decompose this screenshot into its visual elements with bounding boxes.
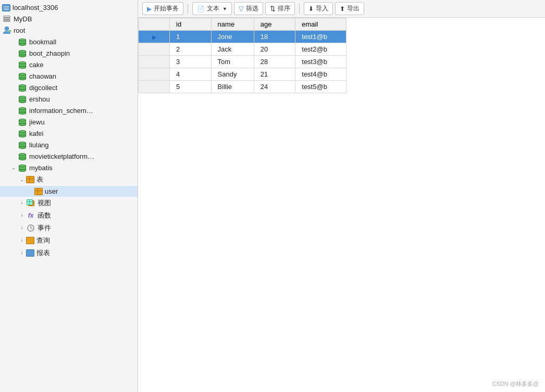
sort-label: 排序 xyxy=(278,4,290,13)
cell-age: 21 xyxy=(254,68,295,81)
col-header-age[interactable]: age xyxy=(254,18,295,31)
sidebar-item-mybatis-user[interactable]: user xyxy=(0,186,138,197)
db-icon xyxy=(18,118,27,126)
sidebar-item-mybatis-views[interactable]: › 视图 xyxy=(0,197,138,209)
filter-button[interactable]: ▽筛选 xyxy=(234,2,263,15)
sidebar-item-boot_zhaopin[interactable]: boot_zhaopin xyxy=(0,47,138,59)
cell-name: Jack xyxy=(211,43,254,56)
server-icon xyxy=(2,4,10,11)
db-icon xyxy=(18,152,27,160)
sidebar-item-label: 报表 xyxy=(36,248,50,258)
sidebar-item-jiewu[interactable]: jiewu xyxy=(0,116,138,128)
sidebar-item-digcollect[interactable]: digcollect xyxy=(0,82,138,93)
row-marker xyxy=(139,56,170,68)
sidebar-item-mybatis-funcs[interactable]: ›fx函数 xyxy=(0,209,138,222)
watermark: CSDN @林多多@ xyxy=(492,380,539,388)
text-icon: 📄 xyxy=(197,5,205,12)
toolbar-separator-2 xyxy=(299,4,300,14)
cell-id: 5 xyxy=(170,81,212,93)
cell-name: Billie xyxy=(211,81,254,93)
col-header-name[interactable]: name xyxy=(211,18,254,31)
toolbar-separator xyxy=(188,4,188,14)
text-button[interactable]: 📄文本▼ xyxy=(192,2,232,15)
filter-label: 筛选 xyxy=(246,4,258,13)
table-icon xyxy=(26,176,34,183)
sidebar-item-label: kafei xyxy=(29,130,43,137)
cell-email: test2@b xyxy=(295,43,346,56)
import-icon: ⬇ xyxy=(308,5,314,12)
sidebar-item-label: ershou xyxy=(29,95,50,103)
toolbar: ▶开始事务📄文本▼▽筛选⇅排序⬇导入⬆导出 xyxy=(138,0,545,18)
sidebar-item-root[interactable]: root xyxy=(0,24,138,36)
export-button[interactable]: ⬆导出 xyxy=(335,2,364,15)
sidebar-item-mybatis-reports[interactable]: ›报表 xyxy=(0,247,138,259)
col-header-email[interactable]: email xyxy=(295,18,346,31)
cell-email: test5@b xyxy=(295,81,346,93)
cell-id: 2 xyxy=(170,43,212,56)
dropdown-arrow-icon: ▼ xyxy=(222,6,227,11)
cell-id: 3 xyxy=(170,56,212,68)
function-icon: fx xyxy=(26,211,35,220)
sidebar-item-mybatis-queries[interactable]: ›查询 xyxy=(0,234,138,247)
table-row[interactable]: ▶1Jone18test1@b xyxy=(139,31,346,43)
sidebar-item-mybatis[interactable]: ⌄ mybatis xyxy=(0,162,138,173)
sidebar-item-localhost[interactable]: localhost_3306 xyxy=(0,2,138,13)
chevron-icon: ⌄ xyxy=(10,165,17,171)
cell-name: Sandy xyxy=(211,68,254,81)
sidebar-item-label: 事件 xyxy=(38,223,51,233)
sidebar-item-liulang[interactable]: liulang xyxy=(0,139,138,150)
sidebar: localhost_3306 MyDB root bookmall boot_z… xyxy=(0,0,138,392)
svg-point-0 xyxy=(5,27,9,31)
cell-id: 4 xyxy=(170,68,212,81)
sidebar-item-label: liulang xyxy=(29,141,49,149)
sidebar-item-mydb[interactable]: MyDB xyxy=(0,13,138,24)
sort-icon: ⇅ xyxy=(270,5,276,12)
row-marker xyxy=(139,81,170,93)
export-label: 导出 xyxy=(347,4,360,13)
sidebar-item-mybatis-events[interactable]: › 事件 xyxy=(0,222,138,234)
sidebar-item-label: information_schem… xyxy=(29,107,93,115)
sort-button[interactable]: ⇅排序 xyxy=(265,2,295,15)
sidebar-item-label: jiewu xyxy=(29,118,45,126)
import-button[interactable]: ⬇导入 xyxy=(304,2,333,15)
sidebar-item-movieticket[interactable]: movieticketplatform… xyxy=(0,150,138,162)
begin-transaction-label: 开始事务 xyxy=(154,4,179,13)
db-icon xyxy=(18,163,27,172)
col-header-id[interactable]: id xyxy=(170,18,212,31)
table-row[interactable]: 2Jack20test2@b xyxy=(139,43,346,56)
table-row[interactable]: 3Tom28test3@b xyxy=(139,56,346,68)
chevron-icon: › xyxy=(19,225,25,231)
begin-transaction-button[interactable]: ▶开始事务 xyxy=(142,2,183,15)
sidebar-item-label: digcollect xyxy=(29,84,57,92)
db-icon xyxy=(18,37,27,46)
sidebar-item-label: root xyxy=(14,27,25,34)
table-row[interactable]: 5Billie24test5@b xyxy=(139,81,346,93)
query-icon xyxy=(26,237,34,244)
sidebar-item-information_schema[interactable]: information_schem… xyxy=(0,105,138,116)
sidebar-item-label: MyDB xyxy=(14,15,32,23)
cell-email: test3@b xyxy=(295,56,346,68)
sidebar-item-ershou[interactable]: ershou xyxy=(0,93,138,105)
cell-id: 1 xyxy=(170,31,212,43)
sidebar-item-bookmall[interactable]: bookmall xyxy=(0,36,138,47)
cell-name: Jone xyxy=(211,31,254,43)
sidebar-item-label: chaowan xyxy=(29,72,56,80)
sidebar-item-kafei[interactable]: kafei xyxy=(0,128,138,139)
filter-icon: ▽ xyxy=(239,5,244,12)
table-row[interactable]: 4Sandy21test4@b xyxy=(139,68,346,81)
data-table: idnameageemail ▶1Jone18test1@b2Jack20tes… xyxy=(138,18,346,93)
sidebar-item-cake[interactable]: cake xyxy=(0,59,138,70)
sidebar-item-label: user xyxy=(45,187,58,195)
sidebar-item-mybatis-tables[interactable]: ⌄表 xyxy=(0,173,138,186)
db-icon xyxy=(18,60,27,69)
root-icon xyxy=(2,26,11,34)
chevron-icon: › xyxy=(19,237,25,244)
chevron-icon: › xyxy=(19,212,25,219)
row-marker xyxy=(139,68,170,81)
table-selected-icon xyxy=(34,188,43,195)
export-icon: ⬆ xyxy=(340,5,345,12)
event-icon xyxy=(26,224,35,232)
cell-email: test1@b xyxy=(295,31,346,43)
sidebar-item-chaowan[interactable]: chaowan xyxy=(0,70,138,82)
sidebar-item-label: 函数 xyxy=(38,211,51,220)
